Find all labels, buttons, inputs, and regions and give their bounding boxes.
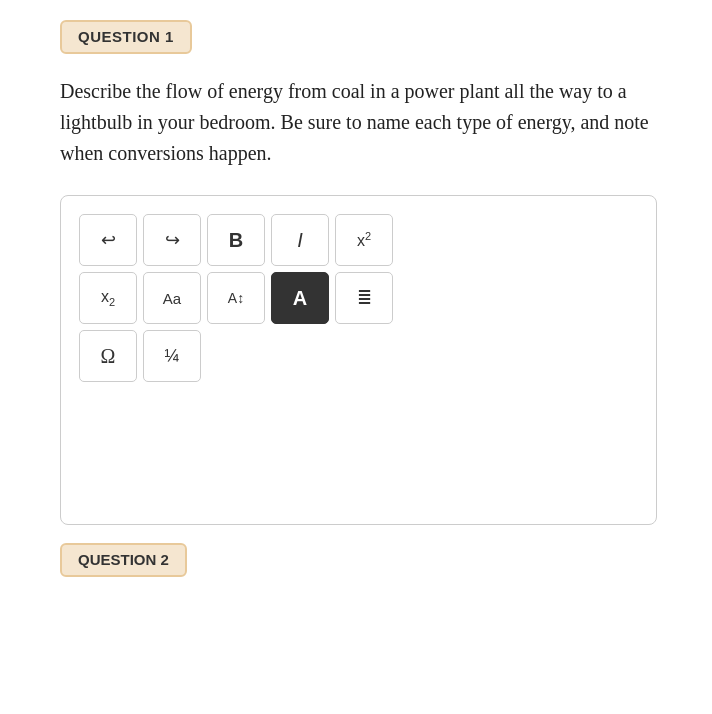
bold-icon: B	[229, 229, 243, 252]
toolbar: ↩ ↪ B I x2 x2	[79, 214, 638, 382]
omega-button[interactable]: Ω	[79, 330, 137, 382]
toolbar-row-1: ↩ ↪ B I x2	[79, 214, 638, 266]
fraction-icon: ¼	[164, 346, 179, 367]
bold-button[interactable]: B	[207, 214, 265, 266]
question1-text: Describe the flow of energy from coal in…	[60, 76, 657, 169]
question1-badge: QUESTION 1	[60, 20, 192, 54]
redo-icon: ↪	[165, 229, 180, 251]
question2-badge: QUESTION 2	[60, 543, 187, 577]
undo-icon: ↩	[101, 229, 116, 251]
superscript-button[interactable]: x2	[335, 214, 393, 266]
font-color-button[interactable]: A	[271, 272, 329, 324]
question1-badge-text: QUESTION 1	[78, 28, 174, 45]
font-height-button[interactable]: A↕	[207, 272, 265, 324]
undo-button[interactable]: ↩	[79, 214, 137, 266]
toolbar-row-2: x2 Aa A↕ A ≣	[79, 272, 638, 324]
redo-button[interactable]: ↪	[143, 214, 201, 266]
subscript-icon: x2	[101, 288, 115, 308]
superscript-icon: x2	[357, 230, 371, 250]
font-color-icon: A	[293, 287, 307, 310]
columns-icon: ≣	[357, 287, 372, 309]
page-container: QUESTION 1 Describe the flow of energy f…	[0, 0, 712, 597]
font-size-icon: Aa	[163, 290, 181, 307]
subscript-button[interactable]: x2	[79, 272, 137, 324]
italic-button[interactable]: I	[271, 214, 329, 266]
font-size-button[interactable]: Aa	[143, 272, 201, 324]
columns-button[interactable]: ≣	[335, 272, 393, 324]
italic-icon: I	[297, 229, 303, 252]
font-height-icon: A↕	[228, 290, 244, 306]
toolbar-row-3: Ω ¼	[79, 330, 638, 382]
editor-container[interactable]: ↩ ↪ B I x2 x2	[60, 195, 657, 525]
omega-icon: Ω	[101, 345, 116, 368]
question2-badge-text: QUESTION 2	[78, 551, 169, 568]
fraction-button[interactable]: ¼	[143, 330, 201, 382]
